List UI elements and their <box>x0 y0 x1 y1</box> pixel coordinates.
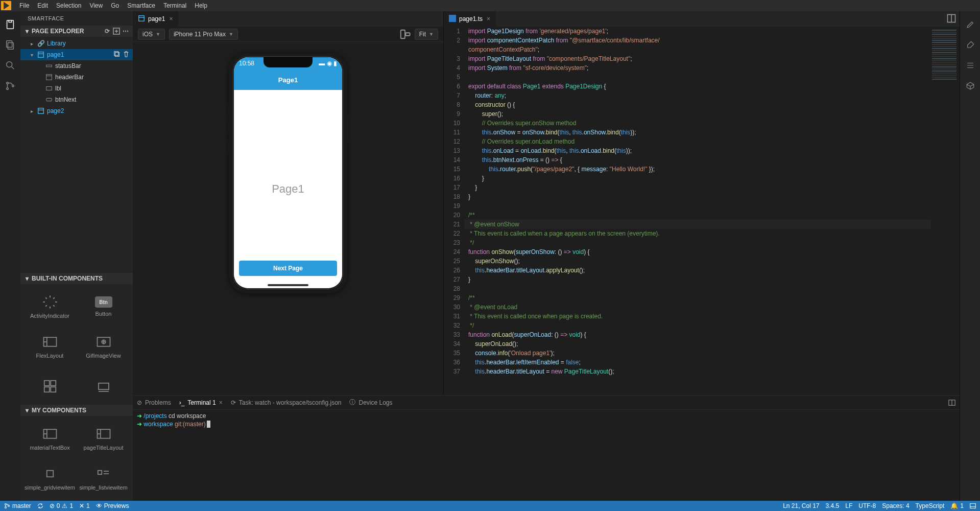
term-cmd: cd workspace <box>167 412 206 420</box>
run-icon[interactable] <box>1 1 11 10</box>
svg-rect-11 <box>46 65 52 67</box>
refresh-icon[interactable]: ⟳ <box>103 27 111 35</box>
status-previews[interactable]: 👁Previews <box>96 502 129 509</box>
term-branch: master <box>185 421 204 428</box>
task-icon: ⟳ <box>231 399 236 406</box>
status-errors[interactable]: ⊘0⚠1 <box>50 502 73 509</box>
comp-button[interactable]: BtnButton <box>78 288 129 325</box>
close-icon[interactable]: × <box>219 399 223 406</box>
menu-terminal[interactable]: Terminal <box>159 2 190 9</box>
tree-lbl[interactable]: lbl <box>20 83 133 94</box>
activity-search-icon[interactable] <box>0 55 20 76</box>
tree-btnnext[interactable]: btnNext <box>20 94 133 105</box>
menu-go[interactable]: Go <box>107 2 123 9</box>
more-icon[interactable]: ⋯ <box>122 27 130 35</box>
comp-pagetitlelayout[interactable]: pageTitleLayout <box>78 420 129 457</box>
comp-label: Button <box>95 311 112 317</box>
tab-page1-design[interactable]: page1 × <box>133 11 178 27</box>
tree-library[interactable]: ▸ 🔗 Library <box>20 38 133 49</box>
header-bar[interactable]: Page1 <box>234 69 342 90</box>
status-encoding[interactable]: UTF-8 <box>858 502 876 509</box>
status-time: 10:58 <box>239 60 254 67</box>
menu-smartface[interactable]: Smartface <box>123 2 159 9</box>
menu-view[interactable]: View <box>85 2 107 9</box>
comp-simplegrid[interactable]: simple_gridviewitem <box>25 460 75 497</box>
comp-extra1[interactable] <box>25 368 75 405</box>
chevron-down-icon: ▾ <box>23 28 31 35</box>
menu-help[interactable]: Help <box>190 2 211 9</box>
status-sync[interactable] <box>37 503 43 509</box>
screen-body[interactable]: Page1 Next Page <box>234 90 342 288</box>
duplicate-icon[interactable] <box>113 51 121 59</box>
terminal-output[interactable]: ➜ /projects cd workspace ➜ workspace git… <box>133 410 960 430</box>
section-page-explorer[interactable]: ▾ PAGE EXPLORER ⟳ ⋯ <box>20 26 133 37</box>
status-branch[interactable]: master <box>4 502 31 509</box>
tab-task[interactable]: ⟳Task: watch - workspace/tsconfig.json <box>231 399 342 406</box>
svg-rect-30 <box>405 33 410 36</box>
add-icon[interactable] <box>112 27 121 35</box>
activity-copy-icon[interactable] <box>0 35 20 55</box>
comp-label: simple_gridviewitem <box>25 484 75 491</box>
lbl[interactable]: Page1 <box>272 182 304 196</box>
status-eol[interactable]: LF <box>845 502 852 509</box>
box-icon[interactable] <box>960 76 981 96</box>
tab-terminal[interactable]: ›_Terminal 1× <box>179 399 223 406</box>
status-layout-icon[interactable] <box>970 503 976 509</box>
delete-icon[interactable] <box>123 51 130 59</box>
tree-label: headerBar <box>55 74 84 81</box>
spinner-icon <box>42 294 58 310</box>
activitybar <box>0 11 20 501</box>
split-icon[interactable] <box>946 13 957 24</box>
designer-tabs: page1 × <box>133 11 443 27</box>
menu-file[interactable]: File <box>15 2 33 9</box>
status-ln[interactable]: Ln 21, Col 17 <box>783 502 819 509</box>
close-icon[interactable]: × <box>487 15 490 22</box>
tree-page1[interactable]: ▾ page1 <box>20 49 133 60</box>
cursor <box>207 421 210 428</box>
comp-simplelist[interactable]: simple_listviewitem <box>78 460 129 497</box>
status-text: 1 <box>86 502 90 509</box>
comp-gifimageview[interactable]: GifImageView <box>78 328 129 365</box>
tree-page2[interactable]: ▸ page2 <box>20 105 133 117</box>
orientation-icon[interactable] <box>399 29 411 40</box>
svg-rect-19 <box>44 381 49 386</box>
menu-selection[interactable]: Selection <box>52 2 85 9</box>
brush-icon[interactable] <box>960 35 981 55</box>
status-bell[interactable]: 🔔1 <box>950 502 964 509</box>
svg-rect-37 <box>970 504 976 508</box>
tree-statusbar[interactable]: statusBar <box>20 60 133 72</box>
comp-materialtextbox[interactable]: materialTextBox <box>25 420 75 457</box>
platform-select[interactable]: iOS▼ <box>138 29 165 40</box>
menu-edit[interactable]: Edit <box>33 2 52 9</box>
close-icon[interactable]: × <box>169 15 173 22</box>
section-title: PAGE EXPLORER <box>32 28 102 35</box>
status-spaces[interactable]: Spaces: 4 <box>882 502 909 509</box>
home-indicator <box>268 284 308 286</box>
tab-problems[interactable]: ⊘Problems <box>137 399 171 406</box>
comp-activityindicator[interactable]: ActivityIndicator <box>25 288 75 325</box>
select-value: iPhone 11 Pro Max <box>174 31 226 38</box>
panel-layout-icon[interactable] <box>948 399 955 406</box>
section-mycomponents[interactable]: ▾ MY COMPONENTS <box>20 405 133 416</box>
activity-git-icon[interactable] <box>0 76 20 96</box>
comp-label: pageTitleLayout <box>84 445 124 451</box>
properties-icon[interactable] <box>960 55 981 76</box>
comp-label: GifImageView <box>86 353 121 359</box>
status-version[interactable]: 3.4.5 <box>826 502 840 509</box>
section-builtin[interactable]: ▾ BUILT-IN COMPONENTS <box>20 273 133 284</box>
comp-flexlayout[interactable]: FlexLayout <box>25 328 75 365</box>
edit-icon[interactable] <box>960 14 981 35</box>
status-misc[interactable]: ✕1 <box>79 502 90 509</box>
status-lang[interactable]: TypeScript <box>916 502 945 509</box>
comp-extra2[interactable] <box>78 368 129 405</box>
svg-rect-22 <box>51 387 56 392</box>
activity-pages-icon[interactable] <box>0 14 20 35</box>
device-select[interactable]: iPhone 11 Pro Max▼ <box>169 29 238 40</box>
zoom-select[interactable]: Fit▼ <box>415 29 438 40</box>
chevron-down-icon: ▾ <box>23 407 31 414</box>
status-bar: master ⊘0⚠1 ✕1 👁Previews Ln 21, Col 17 3… <box>0 501 980 511</box>
tab-devicelogs[interactable]: ⓘDevice Logs <box>349 398 392 407</box>
tab-page1-ts[interactable]: page1.ts × <box>444 11 496 27</box>
tree-headerbar[interactable]: headerBar <box>20 72 133 83</box>
btn-next[interactable]: Next Page <box>239 261 337 276</box>
